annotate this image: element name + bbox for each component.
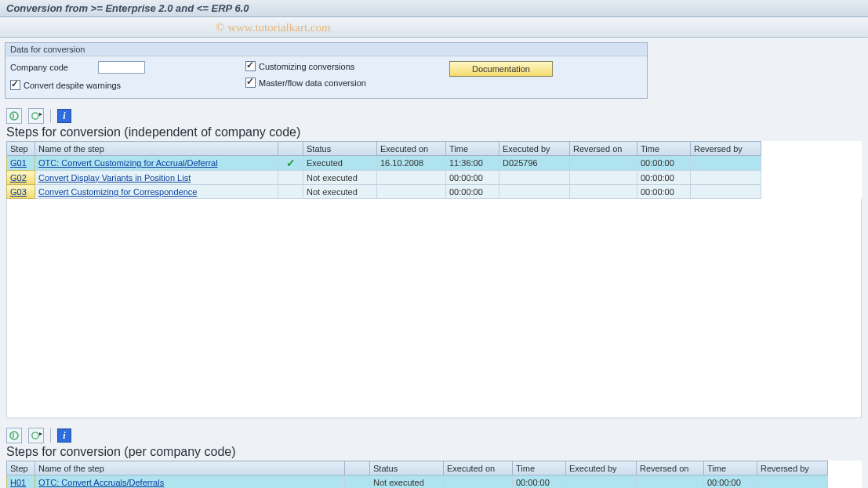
section1-toolbar: ▸ i xyxy=(6,107,862,125)
executed_by-cell xyxy=(566,475,637,489)
title-bar: Conversion from >= Enterprise 2.0 and <=… xyxy=(0,0,868,17)
time2-cell: 00:00:00 xyxy=(704,475,757,489)
execute-icon[interactable] xyxy=(6,108,22,124)
groupbox-title: Data for conversion xyxy=(5,43,647,56)
step-link[interactable]: H01 xyxy=(10,478,26,487)
documentation-button[interactable]: Documentation xyxy=(449,61,553,77)
executed_on-cell xyxy=(444,475,513,489)
reversed_on-cell xyxy=(570,185,637,199)
masterflow-conversion-label: Master/flow data conversion xyxy=(259,78,366,88)
executed_on-cell xyxy=(377,185,446,199)
step-link[interactable]: G01 xyxy=(10,158,27,168)
documentation-button-label: Documentation xyxy=(472,64,530,74)
section2-toolbar: ▸ i xyxy=(6,426,862,445)
execute-back-icon[interactable]: ▸ xyxy=(28,108,44,124)
col-reversed-by[interactable]: Reversed by xyxy=(691,142,761,156)
execute-icon[interactable] xyxy=(6,428,22,443)
col-reversed-by[interactable]: Reversed by xyxy=(757,461,828,475)
status-icon-cell xyxy=(278,185,303,199)
col-time2[interactable]: Time xyxy=(637,142,691,156)
name-cell[interactable]: Convert Customizing for Correspondence xyxy=(35,185,278,199)
col-executed-on[interactable]: Executed on xyxy=(444,461,513,475)
col-reversed-on[interactable]: Reversed on xyxy=(637,461,704,475)
status-icon-cell xyxy=(278,171,303,185)
col-time1[interactable]: Time xyxy=(446,142,499,156)
convert-despite-warnings-checkbox[interactable] xyxy=(10,80,20,90)
step-name-link[interactable]: OTC: Convert Accruals/Deferrals xyxy=(38,478,164,487)
name-cell[interactable]: OTC: Convert Accruals/Deferrals xyxy=(35,475,345,489)
svg-point-0 xyxy=(10,112,18,120)
step-cell[interactable]: G03 xyxy=(7,185,35,199)
company-code-label: Company code xyxy=(10,63,68,72)
executed_on-cell: 16.10.2008 xyxy=(377,156,446,171)
reversed_by-cell xyxy=(691,156,761,171)
col-executed-on[interactable]: Executed on xyxy=(377,142,446,156)
col-name[interactable]: Name of the step xyxy=(35,461,345,475)
col-executed-by[interactable]: Executed by xyxy=(566,461,637,475)
separator xyxy=(50,428,51,443)
svg-point-1 xyxy=(32,113,38,119)
col-name[interactable]: Name of the step xyxy=(35,142,278,156)
reversed_on-cell xyxy=(570,156,637,171)
col-executed-by[interactable]: Executed by xyxy=(499,142,570,156)
time1-cell: 00:00:00 xyxy=(446,185,499,199)
customizing-conversions-checkbox[interactable] xyxy=(245,61,256,71)
col-icon[interactable] xyxy=(345,461,370,475)
application-toolbar: © www.tutorialkart.com xyxy=(0,17,868,38)
checkmark-icon: ✓ xyxy=(281,157,300,169)
status-cell: Executed xyxy=(303,156,377,171)
col-status[interactable]: Status xyxy=(303,142,377,156)
table-header: Step Name of the step Status Executed on… xyxy=(7,461,828,475)
reversed_on-cell xyxy=(637,475,704,489)
time2-cell: 00:00:00 xyxy=(637,156,691,171)
table-row[interactable]: G03Convert Customizing for Correspondenc… xyxy=(7,185,761,199)
steps-per-company-table: Step Name of the step Status Executed on… xyxy=(6,461,828,488)
step-cell[interactable]: G01 xyxy=(7,156,35,171)
company-code-input[interactable] xyxy=(98,61,145,74)
separator xyxy=(50,109,51,123)
page-title: Conversion from >= Enterprise 2.0 and <=… xyxy=(6,2,249,14)
masterflow-conversion-checkbox[interactable] xyxy=(245,78,256,88)
execute-back-icon[interactable]: ▸ xyxy=(28,428,44,443)
step-cell[interactable]: G02 xyxy=(7,171,35,185)
time2-cell: 00:00:00 xyxy=(637,185,691,199)
col-time2[interactable]: Time xyxy=(704,461,757,475)
col-icon[interactable] xyxy=(278,142,303,156)
col-step[interactable]: Step xyxy=(7,461,35,475)
name-cell[interactable]: Convert Display Variants in Position Lis… xyxy=(35,171,278,185)
section2-title: Steps for conversion (per company code) xyxy=(6,445,862,459)
table-row[interactable]: G01OTC: Convert Customizing for Accrual/… xyxy=(7,156,761,171)
status-cell: Not executed xyxy=(370,475,444,489)
executed_by-cell xyxy=(499,171,570,185)
col-status[interactable]: Status xyxy=(370,461,444,475)
col-reversed-on[interactable]: Reversed on xyxy=(570,142,637,156)
table-row[interactable]: G02Convert Display Variants in Position … xyxy=(7,171,761,185)
info-icon[interactable]: i xyxy=(57,428,71,443)
col-step[interactable]: Step xyxy=(7,142,35,156)
step-name-link[interactable]: Convert Customizing for Correspondence xyxy=(38,187,197,197)
reversed_by-cell xyxy=(691,185,761,199)
section1-title: Steps for conversion (independent of com… xyxy=(6,125,862,139)
time2-cell: 00:00:00 xyxy=(637,171,691,185)
time1-cell: 00:00:00 xyxy=(513,475,566,489)
executed_by-cell: D025796 xyxy=(499,156,570,171)
info-icon[interactable]: i xyxy=(57,109,71,123)
reversed_by-cell xyxy=(691,171,761,185)
status-icon-cell: ✓ xyxy=(278,156,303,171)
status-icon-cell xyxy=(345,475,370,489)
time1-cell: 11:36:00 xyxy=(446,156,499,171)
name-cell[interactable]: OTC: Convert Customizing for Accrual/Def… xyxy=(35,156,278,171)
executed_by-cell xyxy=(499,185,570,199)
col-time1[interactable]: Time xyxy=(513,461,566,475)
table-row[interactable]: H01OTC: Convert Accruals/DeferralsNot ex… xyxy=(7,475,828,489)
step-name-link[interactable]: OTC: Convert Customizing for Accrual/Def… xyxy=(38,158,218,168)
reversed_by-cell xyxy=(757,475,828,489)
time1-cell: 00:00:00 xyxy=(446,171,499,185)
svg-point-2 xyxy=(10,432,18,439)
customizing-conversions-label: Customizing conversions xyxy=(259,62,354,71)
step-cell[interactable]: H01 xyxy=(7,475,35,489)
data-for-conversion-group: Data for conversion Company code Convert… xyxy=(5,42,648,99)
step-name-link[interactable]: Convert Display Variants in Position Lis… xyxy=(38,173,191,183)
step-link[interactable]: G03 xyxy=(10,187,27,197)
step-link[interactable]: G02 xyxy=(10,173,27,183)
